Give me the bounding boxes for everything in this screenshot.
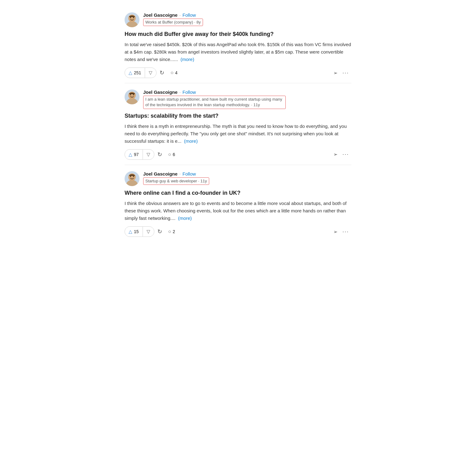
recycle-icon	[157, 228, 162, 235]
recycle-icon	[157, 151, 162, 158]
vote-group: 251	[125, 67, 156, 78]
ellipsis-icon: ···	[342, 70, 349, 76]
recycle-icon	[160, 69, 164, 76]
author-row: Joel Gascoigne · Follow Startup guy & we…	[125, 171, 351, 186]
answer-question-title: Startups: scalability from the start?	[125, 112, 351, 120]
ellipsis-icon: ···	[342, 228, 349, 235]
author-info: Joel Gascoigne · Follow Works at Buffer …	[143, 12, 203, 26]
svg-point-3	[133, 17, 134, 18]
recycle-button[interactable]	[154, 226, 165, 237]
svg-point-6	[130, 94, 131, 95]
author-info: Joel Gascoigne · Follow Startup guy & we…	[143, 171, 209, 185]
dot-separator: ·	[179, 171, 181, 176]
upvote-count: 251	[134, 70, 141, 75]
follow-link[interactable]: Follow	[183, 89, 196, 95]
answer-question-title: How much did Buffer give away for their …	[125, 30, 351, 38]
follow-link[interactable]: Follow	[183, 12, 196, 18]
upvote-button[interactable]: 15	[125, 227, 143, 237]
author-credential: Startup guy & web developer · 11y	[143, 177, 209, 185]
author-name-row: Joel Gascoigne · Follow	[143, 12, 203, 18]
recycle-button[interactable]	[156, 67, 167, 78]
downvote-icon	[147, 229, 150, 234]
comment-count: 2	[173, 229, 175, 234]
author-info: Joel Gascoigne · Follow I am a lean star…	[143, 89, 286, 109]
share-icon	[333, 229, 337, 235]
answer-item-1: Joel Gascoigne · Follow Works at Buffer …	[125, 6, 351, 83]
dot-separator: ·	[179, 13, 181, 18]
avatar[interactable]	[125, 171, 139, 186]
svg-point-7	[133, 94, 134, 95]
upvote-button[interactable]: 251	[125, 68, 145, 78]
ellipsis-icon: ···	[342, 151, 349, 158]
upvote-icon	[129, 152, 132, 157]
comment-button[interactable]: 6	[165, 149, 178, 160]
author-row: Joel Gascoigne · Follow Works at Buffer …	[125, 12, 351, 27]
author-name-row: Joel Gascoigne · Follow	[143, 171, 209, 176]
avatar[interactable]	[125, 89, 139, 104]
share-button[interactable]	[331, 149, 340, 160]
answer-item-3: Joel Gascoigne · Follow Startup guy & we…	[125, 165, 351, 242]
share-icon	[333, 151, 337, 157]
author-credential: I am a lean startup practitioner, and ha…	[143, 96, 286, 109]
svg-point-10	[130, 176, 131, 177]
answers-list: Joel Gascoigne · Follow Works at Buffer …	[125, 6, 351, 242]
more-link[interactable]: (more)	[184, 138, 198, 144]
answer-body-text: In total we've raised $450k. $20k of thi…	[125, 41, 351, 63]
share-button[interactable]	[331, 67, 340, 78]
more-options-button[interactable]: ···	[340, 226, 351, 237]
downvote-icon	[149, 70, 152, 76]
action-row: 97 6 ···	[125, 149, 351, 160]
author-name: Joel Gascoigne	[143, 12, 178, 18]
upvote-button[interactable]: 97	[125, 150, 143, 159]
answer-body-text: I think the obvious answers are to go to…	[125, 200, 351, 222]
dot-separator: ·	[179, 90, 181, 95]
answer-question-title: Where online can I find a co-founder in …	[125, 189, 351, 197]
vote-group: 97	[125, 149, 154, 160]
answer-item-2: Joel Gascoigne · Follow I am a lean star…	[125, 83, 351, 165]
author-name: Joel Gascoigne	[143, 89, 178, 95]
upvote-icon	[129, 70, 132, 76]
answer-body-text: I think there is a myth in entrepreneurs…	[125, 123, 351, 145]
comment-button[interactable]: 2	[165, 226, 178, 237]
comment-icon	[170, 70, 174, 76]
follow-link[interactable]: Follow	[183, 171, 196, 176]
upvote-count: 97	[134, 152, 139, 157]
avatar[interactable]	[125, 12, 139, 27]
upvote-icon	[129, 229, 132, 234]
svg-point-2	[130, 17, 131, 18]
share-button[interactable]	[331, 226, 340, 237]
comment-count: 4	[175, 70, 178, 75]
recycle-button[interactable]	[154, 149, 165, 160]
more-link[interactable]: (more)	[178, 215, 192, 221]
upvote-count: 15	[134, 229, 139, 234]
downvote-icon	[147, 152, 150, 157]
comment-icon	[168, 152, 171, 157]
author-name: Joel Gascoigne	[143, 171, 178, 176]
action-row: 251 4 ···	[125, 67, 351, 78]
more-link[interactable]: (more)	[180, 57, 194, 62]
more-options-button[interactable]: ···	[340, 149, 351, 160]
author-credential: Works at Buffer (company) · 8y	[143, 19, 203, 26]
comment-count: 6	[173, 152, 175, 157]
author-row: Joel Gascoigne · Follow I am a lean star…	[125, 89, 351, 109]
downvote-button[interactable]	[143, 150, 154, 159]
action-row: 15 2 ···	[125, 226, 351, 237]
downvote-button[interactable]	[143, 227, 154, 237]
svg-point-11	[133, 176, 134, 177]
more-options-button[interactable]: ···	[340, 67, 351, 78]
share-icon	[333, 70, 337, 76]
author-name-row: Joel Gascoigne · Follow	[143, 89, 286, 95]
comment-button[interactable]: 4	[167, 67, 180, 78]
vote-group: 15	[125, 226, 154, 237]
downvote-button[interactable]	[145, 68, 156, 78]
comment-icon	[168, 229, 171, 234]
